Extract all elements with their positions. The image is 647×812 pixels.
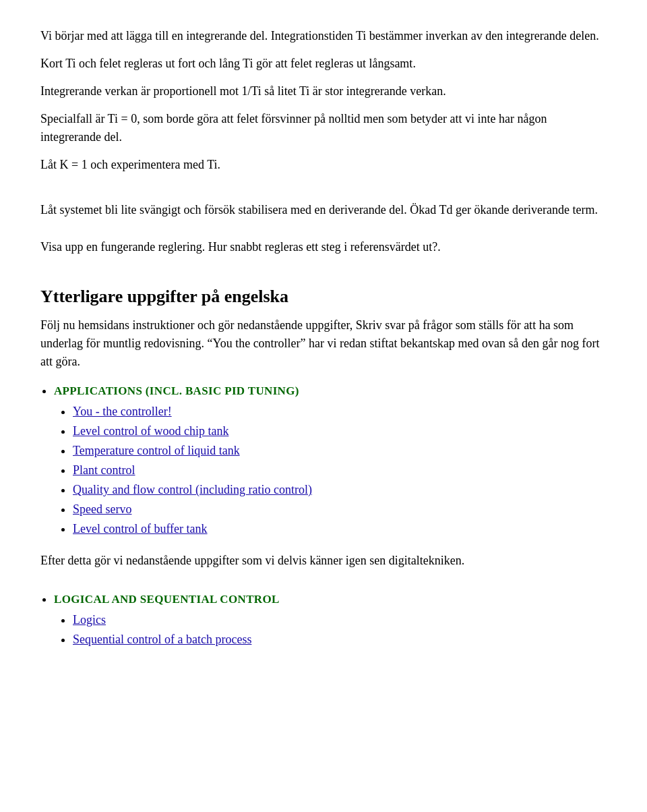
section-heading-text: Ytterligare uppgifter på engelska <box>40 287 288 306</box>
paragraph-5: Låt K = 1 och experimentera med Ti. <box>40 156 607 174</box>
paragraph-swing: Låt systemet bli lite svängigt och försö… <box>40 201 607 219</box>
section-intro-text: Följ nu hemsidans instruktioner och gör … <box>40 318 599 368</box>
link-temperature-liquid[interactable]: Temperature control of liquid tank <box>73 444 240 457</box>
link-you-controller[interactable]: You - the controller! <box>73 405 172 418</box>
link-level-buffer[interactable]: Level control of buffer tank <box>73 522 208 535</box>
paragraph-swing-text: Låt systemet bli lite svängigt och försö… <box>40 203 598 216</box>
list-item: Speed servo <box>73 500 607 519</box>
list-item: Logics <box>73 611 607 629</box>
list-item: Temperature control of liquid tank <box>73 442 607 460</box>
after-apps-text: Efter detta gör vi nedanstående uppgifte… <box>40 554 464 567</box>
logical-link-list: Logics Sequential control of a batch pro… <box>73 611 607 649</box>
paragraph-3-text: Integrerande verkan är proportionell mot… <box>40 84 446 98</box>
paragraph-4-text: Specialfall är Ti = 0, som borde göra at… <box>40 112 547 144</box>
logical-label: LOGICAL AND SEQUENTIAL CONTROL <box>54 593 280 606</box>
link-plant-control[interactable]: Plant control <box>73 463 135 477</box>
after-apps-para: Efter detta gör vi nedanstående uppgifte… <box>40 552 607 570</box>
list-item: Plant control <box>73 461 607 480</box>
logical-item: LOGICAL AND SEQUENTIAL CONTROL Logics Se… <box>54 590 607 649</box>
paragraph-2-text: Kort Ti och felet regleras ut fort och l… <box>40 57 416 70</box>
link-quality-flow[interactable]: Quality and flow control (including rati… <box>73 483 312 496</box>
link-level-wood[interactable]: Level control of wood chip tank <box>73 424 228 438</box>
applications-outer-list: APPLICATIONS (INCL. BASIC PID TUNING) Yo… <box>54 382 607 538</box>
applications-link-list: You - the controller! Level control of w… <box>73 403 607 538</box>
link-logics[interactable]: Logics <box>73 613 106 627</box>
section-heading: Ytterligare uppgifter på engelska <box>40 283 607 310</box>
paragraph-4: Specialfall är Ti = 0, som borde göra at… <box>40 110 607 146</box>
applications-label: APPLICATIONS (INCL. BASIC PID TUNING) <box>54 384 299 397</box>
paragraph-visa-text: Visa upp en fungerande reglering. Hur sn… <box>40 240 441 254</box>
paragraph-visa: Visa upp en fungerande reglering. Hur sn… <box>40 238 607 256</box>
applications-item: APPLICATIONS (INCL. BASIC PID TUNING) Yo… <box>54 382 607 538</box>
list-item: Sequential control of a batch process <box>73 631 607 649</box>
paragraph-2: Kort Ti och felet regleras ut fort och l… <box>40 55 607 73</box>
paragraph-3: Integrerande verkan är proportionell mot… <box>40 82 607 100</box>
list-item: Quality and flow control (including rati… <box>73 481 607 499</box>
paragraph-5-text: Låt K = 1 och experimentera med Ti. <box>40 158 220 171</box>
list-item: Level control of buffer tank <box>73 520 607 538</box>
link-speed-servo[interactable]: Speed servo <box>73 502 131 516</box>
paragraph-1: Vi börjar med att lägga till en integrer… <box>40 27 607 45</box>
paragraph-1-text: Vi börjar med att lägga till en integrer… <box>40 29 599 42</box>
list-item: You - the controller! <box>73 403 607 421</box>
section-intro-para: Följ nu hemsidans instruktioner och gör … <box>40 316 607 371</box>
link-sequential-batch[interactable]: Sequential control of a batch process <box>73 633 251 646</box>
list-item: Level control of wood chip tank <box>73 422 607 440</box>
logical-outer-list: LOGICAL AND SEQUENTIAL CONTROL Logics Se… <box>54 590 607 649</box>
